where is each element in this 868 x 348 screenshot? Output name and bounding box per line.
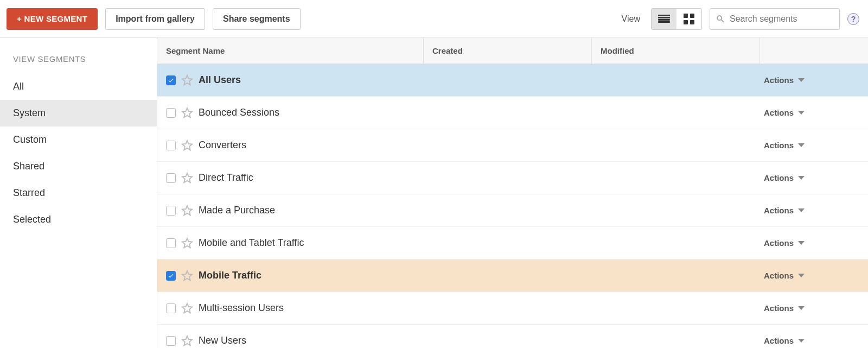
row-checkbox[interactable]: [166, 173, 176, 183]
cell-segment-name: Made a Purchase: [157, 205, 423, 217]
sidebar-item-selected[interactable]: Selected: [0, 206, 157, 233]
star-icon[interactable]: [181, 74, 193, 86]
row-checkbox[interactable]: [166, 141, 176, 150]
share-segments-button[interactable]: Share segments: [213, 8, 301, 30]
actions-dropdown[interactable]: Actions: [760, 303, 868, 313]
list-icon: [658, 15, 670, 23]
chevron-down-icon: [798, 78, 805, 82]
star-icon[interactable]: [181, 302, 193, 314]
actions-dropdown[interactable]: Actions: [760, 206, 868, 215]
star-icon[interactable]: [181, 270, 193, 282]
actions-label: Actions: [764, 173, 794, 182]
actions-dropdown[interactable]: Actions: [760, 271, 868, 280]
new-segment-button[interactable]: + NEW SEGMENT: [7, 8, 98, 30]
actions-label: Actions: [764, 271, 794, 280]
actions-label: Actions: [764, 75, 794, 85]
sidebar-item-custom[interactable]: Custom: [0, 126, 157, 153]
help-icon[interactable]: ?: [847, 13, 859, 25]
table-header-row: Segment Name Created Modified: [157, 38, 868, 64]
table-row[interactable]: All UsersActions: [157, 64, 868, 97]
actions-dropdown[interactable]: Actions: [760, 108, 868, 117]
actions-dropdown[interactable]: Actions: [760, 75, 868, 85]
cell-segment-name: All Users: [157, 74, 423, 86]
chevron-down-icon: [798, 274, 805, 277]
toolbar: + NEW SEGMENT Import from gallery Share …: [0, 0, 868, 38]
chevron-down-icon: [798, 241, 805, 245]
header-actions: [760, 38, 868, 64]
cell-segment-name: Multi-session Users: [157, 302, 423, 314]
segment-name-label: Converters: [199, 140, 246, 151]
segment-name-label: Made a Purchase: [199, 205, 275, 216]
actions-label: Actions: [764, 141, 794, 150]
actions-dropdown[interactable]: Actions: [760, 173, 868, 182]
view-toggle: [651, 8, 702, 30]
cell-segment-name: New Users: [157, 335, 423, 347]
table-row[interactable]: Mobile and Tablet TrafficActions: [157, 227, 868, 260]
search-icon: [716, 14, 725, 24]
sidebar-item-shared[interactable]: Shared: [0, 153, 157, 180]
table-row[interactable]: Direct TrafficActions: [157, 162, 868, 194]
view-grid-button[interactable]: [676, 9, 701, 29]
sidebar: VIEW SEGMENTS AllSystemCustomSharedStarr…: [0, 38, 157, 348]
header-modified[interactable]: Modified: [591, 38, 760, 64]
grid-icon: [684, 14, 694, 24]
table-row[interactable]: Multi-session UsersActions: [157, 292, 868, 325]
actions-label: Actions: [764, 336, 794, 345]
chevron-down-icon: [798, 176, 805, 180]
row-checkbox[interactable]: [166, 238, 176, 248]
actions-label: Actions: [764, 108, 794, 117]
table-row[interactable]: Made a PurchaseActions: [157, 194, 868, 227]
segment-name-label: Mobile Traffic: [199, 270, 261, 281]
segment-name-label: Mobile and Tablet Traffic: [199, 237, 304, 249]
table-row[interactable]: Bounced SessionsActions: [157, 97, 868, 129]
row-checkbox[interactable]: [166, 75, 176, 85]
search-input-wrap[interactable]: [710, 8, 840, 30]
star-icon[interactable]: [181, 140, 193, 151]
chevron-down-icon: [798, 111, 805, 115]
header-segment-name[interactable]: Segment Name: [157, 46, 423, 55]
row-checkbox[interactable]: [166, 336, 176, 346]
view-label: View: [622, 14, 640, 24]
segment-name-label: Multi-session Users: [199, 302, 284, 314]
import-from-gallery-button[interactable]: Import from gallery: [105, 8, 205, 30]
star-icon[interactable]: [181, 335, 193, 347]
sidebar-heading: VIEW SEGMENTS: [0, 54, 157, 73]
chevron-down-icon: [798, 143, 805, 147]
actions-label: Actions: [764, 206, 794, 215]
actions-dropdown[interactable]: Actions: [760, 238, 868, 248]
table-row[interactable]: ConvertersActions: [157, 129, 868, 162]
row-checkbox[interactable]: [166, 271, 176, 281]
row-checkbox[interactable]: [166, 303, 176, 313]
view-list-button[interactable]: [652, 9, 676, 29]
row-checkbox[interactable]: [166, 108, 176, 118]
actions-label: Actions: [764, 238, 794, 248]
actions-dropdown[interactable]: Actions: [760, 336, 868, 345]
cell-segment-name: Mobile Traffic: [157, 270, 423, 282]
row-checkbox[interactable]: [166, 206, 176, 216]
table-row[interactable]: New UsersActions: [157, 325, 868, 348]
star-icon[interactable]: [181, 237, 193, 249]
actions-label: Actions: [764, 303, 794, 313]
cell-segment-name: Direct Traffic: [157, 172, 423, 184]
star-icon[interactable]: [181, 205, 193, 217]
chevron-down-icon: [798, 208, 805, 212]
star-icon[interactable]: [181, 172, 193, 184]
segment-name-label: Direct Traffic: [199, 172, 253, 184]
star-icon[interactable]: [181, 107, 193, 119]
cell-segment-name: Bounced Sessions: [157, 107, 423, 119]
chevron-down-icon: [798, 339, 805, 343]
sidebar-item-starred[interactable]: Starred: [0, 180, 157, 206]
header-created[interactable]: Created: [423, 38, 591, 64]
table-row[interactable]: Mobile TrafficActions: [157, 260, 868, 292]
sidebar-item-system[interactable]: System: [0, 100, 157, 126]
actions-dropdown[interactable]: Actions: [760, 141, 868, 150]
segments-table: Segment Name Created Modified All UsersA…: [157, 38, 868, 348]
segment-name-label: New Users: [199, 335, 246, 346]
segment-name-label: Bounced Sessions: [199, 107, 279, 118]
chevron-down-icon: [798, 306, 805, 310]
cell-segment-name: Converters: [157, 140, 423, 151]
segment-name-label: All Users: [199, 74, 241, 86]
sidebar-item-all[interactable]: All: [0, 73, 157, 100]
cell-segment-name: Mobile and Tablet Traffic: [157, 237, 423, 249]
search-input[interactable]: [730, 14, 838, 24]
